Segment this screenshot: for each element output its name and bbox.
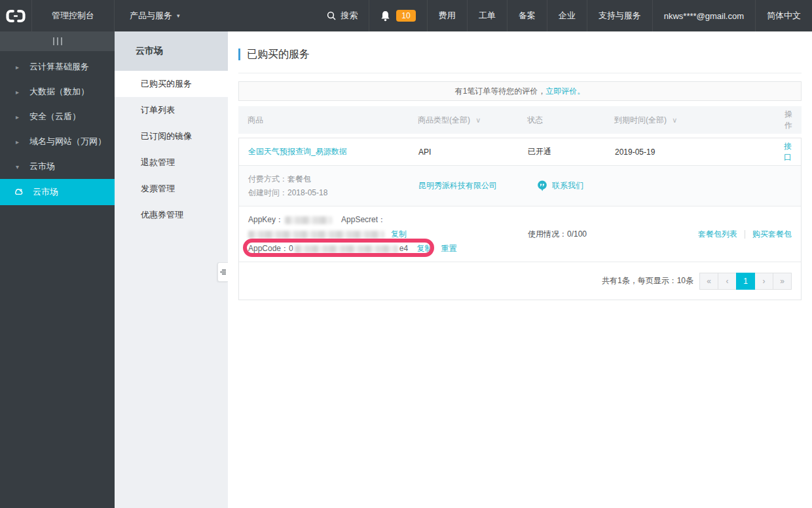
contact-us-link[interactable]: 联系我们	[552, 180, 583, 191]
sidebar-group-label: 云计算基础服务	[29, 61, 89, 73]
product-type: API	[418, 147, 528, 157]
submenu-title: 云市场	[115, 31, 228, 71]
nav-products-label: 产品与服务	[130, 10, 172, 22]
chevron-right-icon: ▸	[16, 138, 29, 146]
main-content: 已购买的服务 有1笔订单等待您的评价， 立即评价。 商品 商品类型(全部) ∨ …	[228, 31, 812, 508]
table-header: 商品 商品类型(全部) ∨ 状态 到期时间(全部) ∨ 操作	[238, 106, 802, 134]
detail-row: 付费方式：套餐包 创建时间：2018-05-18 昆明秀派科技有限公司	[239, 166, 801, 206]
sidebar-group-domains[interactable]: ▸ 域名与网站（万网）	[0, 129, 115, 154]
sidebar-group-label: 安全（云盾）	[29, 111, 81, 123]
bell-icon	[380, 10, 390, 22]
package-list-link[interactable]: 套餐包列表	[698, 229, 737, 240]
sidebar-collapse-button[interactable]	[0, 31, 115, 51]
next-page-button[interactable]: ›	[754, 273, 773, 290]
buy-package-link[interactable]: 购买套餐包	[752, 229, 792, 240]
pay-method-label: 付费方式：	[248, 174, 287, 184]
nav-spacer	[195, 0, 316, 31]
prev-page-button[interactable]: ‹	[718, 273, 737, 290]
alibaba-cloud-logo-icon	[6, 9, 26, 23]
submenu-item-refund-management[interactable]: 退款管理	[115, 149, 228, 176]
vendor-link[interactable]: 昆明秀派科技有限公司	[418, 181, 497, 190]
usage-value: 0/100	[567, 229, 587, 239]
sidebar-group-marketplace[interactable]: ▾ 云市场	[0, 154, 115, 179]
pagination-row: 共有1条，每页显示：10条 « ‹ 1 › »	[239, 262, 801, 300]
page-1-button[interactable]: 1	[736, 273, 755, 290]
pagination-summary: 共有1条，每页显示：10条	[602, 275, 693, 286]
nav-console[interactable]: 管理控制台	[32, 0, 115, 31]
marketplace-submenu: 云市场 已购买的服务 订单列表 已订阅的镜像 退款管理 发票管理 优惠券管理	[115, 31, 228, 508]
collapse-bars-icon	[53, 37, 54, 45]
appcode-label: AppCode：	[248, 244, 289, 253]
submenu-item-order-list[interactable]: 订单列表	[115, 97, 228, 123]
table-row: 全国天气预报查询_易源数据 API 已开通 2019-05-19 接口	[239, 138, 801, 166]
credentials-row: AppKey：AppSecret： 复制 AppCode：0e4 复制 重置 使…	[239, 206, 801, 262]
sidebar-group-label: 大数据（数加）	[29, 86, 89, 98]
review-now-link[interactable]: 立即评价。	[545, 86, 585, 97]
api-endpoint-link[interactable]: 接口	[784, 142, 792, 162]
sidebar-group-label: 域名与网站（万网）	[29, 136, 106, 147]
product-name-link[interactable]: 全国天气预报查询_易源数据	[248, 146, 418, 157]
usage-label: 使用情况：	[528, 229, 567, 239]
alibaba-cloud-logo[interactable]	[0, 0, 32, 31]
col-product: 商品	[248, 115, 418, 126]
submenu-item-coupon-management[interactable]: 优惠券管理	[115, 202, 228, 228]
col-type-filter[interactable]: 商品类型(全部) ∨	[418, 115, 527, 126]
last-page-button[interactable]: »	[773, 273, 792, 290]
sidebar-item-marketplace-active[interactable]: 云市场	[0, 179, 115, 205]
col-expire-filter[interactable]: 到期时间(全部) ∨	[614, 115, 778, 126]
reset-appcode-link[interactable]: 重置	[441, 244, 457, 253]
appsecret-label: AppSecret：	[341, 215, 386, 224]
nav-products-menu[interactable]: 产品与服务 ▾	[115, 0, 195, 31]
submenu-item-subscribed-images[interactable]: 已订阅的镜像	[115, 123, 228, 149]
filter-caret-icon: ∨	[475, 116, 481, 124]
col-expire-label: 到期时间(全部)	[614, 115, 667, 125]
nav-search[interactable]: 搜索	[316, 0, 369, 31]
search-icon	[327, 11, 336, 20]
marketplace-icon	[13, 187, 24, 197]
chevron-right-icon: ▸	[16, 64, 29, 71]
title-divider	[238, 73, 802, 73]
submenu-item-purchased-services[interactable]: 已购买的服务	[115, 71, 228, 97]
copy-appcode-link[interactable]: 复制	[416, 244, 432, 253]
appcode-prefix: 0	[289, 244, 293, 253]
sidebar-group-list: ▸ 云计算基础服务 ▸ 大数据（数加） ▸ 安全（云盾） ▸ 域名与网站（万网）…	[0, 51, 115, 205]
nav-tickets[interactable]: 工单	[467, 0, 507, 31]
sidebar-group-cloud-computing[interactable]: ▸ 云计算基础服务	[0, 54, 115, 79]
chevron-right-icon: ▸	[16, 113, 29, 121]
main-layout: ▸ 云计算基础服务 ▸ 大数据（数加） ▸ 安全（云盾） ▸ 域名与网站（万网）…	[0, 31, 812, 508]
nav-enterprise[interactable]: 企业	[547, 0, 587, 31]
review-notice-bar: 有1笔订单等待您的评价， 立即评价。	[238, 81, 802, 101]
first-page-button[interactable]: «	[699, 273, 718, 290]
collapse-bars-icon	[61, 37, 62, 45]
service-card: 全国天气预报查询_易源数据 API 已开通 2019-05-19 接口 付费方式…	[238, 138, 802, 300]
nav-notifications[interactable]: 10	[369, 0, 426, 31]
submenu-collapse-handle[interactable]	[217, 262, 228, 282]
sidebar-group-label: 云市场	[29, 161, 55, 172]
col-type-label: 商品类型(全部)	[418, 115, 470, 125]
nav-account[interactable]: nkws****@gmail.com	[652, 0, 755, 31]
link-divider	[745, 230, 745, 239]
appcode-redacted-value	[295, 245, 398, 253]
nav-billing[interactable]: 费用	[427, 0, 467, 31]
expire-date: 2019-05-19	[615, 147, 779, 157]
nav-support[interactable]: 支持与服务	[587, 0, 652, 31]
sidebar-group-bigdata[interactable]: ▸ 大数据（数加）	[0, 79, 115, 104]
product-sidebar: ▸ 云计算基础服务 ▸ 大数据（数加） ▸ 安全（云盾） ▸ 域名与网站（万网）…	[0, 31, 115, 508]
sidebar-group-security[interactable]: ▸ 安全（云盾）	[0, 104, 115, 129]
appkey-label: AppKey：	[248, 215, 284, 224]
nav-language[interactable]: 简体中文	[755, 0, 812, 31]
filter-caret-icon: ∨	[672, 116, 677, 124]
chevron-down-icon: ▾	[177, 12, 180, 19]
col-status: 状态	[527, 115, 614, 126]
col-action: 操作	[778, 109, 792, 131]
appkey-redacted-value	[285, 216, 332, 224]
sidebar-active-label: 云市场	[33, 186, 58, 198]
nav-search-label: 搜索	[341, 10, 358, 22]
appcode-suffix: e4	[399, 244, 408, 253]
collapse-panel-icon	[220, 269, 227, 275]
copy-appsecret-link[interactable]: 复制	[391, 229, 407, 239]
nav-icp[interactable]: 备案	[507, 0, 547, 31]
chevron-down-icon: ▾	[16, 163, 29, 170]
submenu-item-invoice-management[interactable]: 发票管理	[115, 176, 228, 202]
notice-text: 有1笔订单等待您的评价，	[455, 86, 546, 97]
